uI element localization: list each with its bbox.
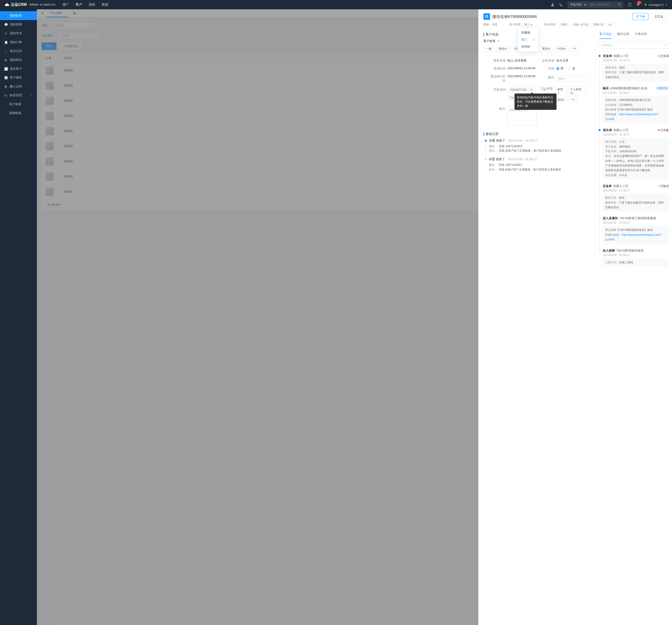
activity-item: 定金单 创建人小王已取消2020/01/30 01:38:27跟单方式：电话跟单… <box>599 182 669 214</box>
user-menu[interactable]: manager11 ▾ <box>645 3 667 6</box>
manager-option[interactable]: 张三 <box>518 36 538 43</box>
sidebar: 👥我的好友💬我的群聊🎓我的学员📋我的订单📞电话记录🛍我的商品📉流失客户🔄客户继承… <box>0 9 37 625</box>
topnav-item[interactable]: 数据 <box>102 3 108 7</box>
topnav-item[interactable]: 质检 <box>89 3 95 7</box>
activity-item: 定金单 创建人小王已完成2020/01/30 01:38:27跟单方式：电话跟单… <box>599 52 669 84</box>
personal-tag: 个人标签12 <box>568 86 585 96</box>
lastchat-label: 最近聊天时间 <box>488 74 506 83</box>
phone-input[interactable]: 13241672152 ⎘ <box>507 86 539 93</box>
svg-rect-2 <box>629 3 631 6</box>
history-item: 小王 更新了 2021/01/30 01:38:27微信：空值-13672182… <box>485 139 590 153</box>
topnav-item[interactable]: 推广 <box>63 3 69 7</box>
friend-source-value: 名片分享 <box>556 58 585 63</box>
group-tag-more[interactable]: +4 <box>607 23 613 27</box>
activity-item: 进入直播间 759-59班第三期理财直播课2021/01/30 01:38:27… <box>599 214 669 246</box>
lastchat-value: 2021/09/10 12:00:00 <box>507 74 537 78</box>
customer-tag-more[interactable]: +4 <box>570 46 579 52</box>
search-type-select[interactable]: 手机号码 <box>568 2 587 7</box>
sidebar-item[interactable]: 🛍我的商品 <box>0 55 37 65</box>
user-icon[interactable] <box>551 3 554 6</box>
gender-female[interactable]: 女 <box>568 67 575 71</box>
section-edit-history: 修改记录 <box>483 132 590 136</box>
activity-filter[interactable]: 全部动态▾ <box>599 42 669 49</box>
right-tab[interactable]: 订单记录 <box>635 32 647 39</box>
customer-tag: 高意向 <box>496 46 510 52</box>
addtime-label: 添加时间 <box>488 67 506 71</box>
customer-tag: 高意向 <box>539 46 553 52</box>
proxy-order-button[interactable]: 代下单 <box>632 13 648 20</box>
source-label: 获客来源 <box>488 58 506 63</box>
group-tag: 群聊一群大群 <box>572 22 590 27</box>
manager-dropdown: 师馨薇张三俱保咏 <box>518 27 539 52</box>
logo: 云朵CRM 教育机构一站 式服务云平台 <box>5 2 55 7</box>
sidebar-item[interactable]: 🏷标签管理⌃ <box>0 91 37 100</box>
wechat-input[interactable]: 请输入 <box>556 75 585 82</box>
deposit-button[interactable]: 交定金 <box>651 13 667 20</box>
customer-title: 微信名称6789990000966 <box>492 14 537 19</box>
search-box[interactable]: 手机号码 <box>568 1 623 8</box>
nickname: 昵称：小王 <box>483 23 498 27</box>
mobile-icon[interactable] <box>628 3 632 6</box>
customer-avatar-icon <box>483 13 490 20</box>
sidebar-item[interactable]: 🗑删人记录 <box>0 82 37 91</box>
manager-option[interactable]: 师馨薇 <box>518 29 538 36</box>
search-icon[interactable] <box>615 3 623 7</box>
personal-tag: 标签1 <box>555 86 566 96</box>
right-tab[interactable]: 客户动态 <box>599 32 611 39</box>
customer-tag: 一般 <box>483 46 494 52</box>
gender-male[interactable]: 男 <box>556 67 563 71</box>
friend-source-label: 好友来源 <box>537 58 554 63</box>
sidebar-item[interactable]: 👥我的好友 <box>0 11 37 20</box>
activity-item: 报名单 创建人小王已失败2020/01/30 01:38:27客户经理：小王客户… <box>599 126 669 182</box>
gender-label: 性别 <box>537 67 554 71</box>
customer-tag: 中意向 <box>555 46 569 52</box>
phone-lookup-icon[interactable]: ⎘ <box>528 87 539 93</box>
sidebar-subitem[interactable]: 群聊标签 <box>0 109 37 118</box>
wechat-label: 微信 <box>537 75 554 79</box>
edit-tags-icon[interactable]: ✎ <box>498 40 500 43</box>
view-detail-link[interactable]: 查看详情 <box>656 86 669 91</box>
notification-icon[interactable] <box>636 3 640 7</box>
sidebar-item[interactable]: 📞电话记录 <box>0 47 37 55</box>
topnav-item[interactable]: 客户 <box>76 3 82 7</box>
personal-tag: 标签1 <box>555 97 567 103</box>
activity-item: 购买 4399理财课进阶课程大礼包查看详情2021/01/30 01:38:27… <box>599 84 669 126</box>
source-value: 线上-北京昱新 <box>507 58 537 63</box>
sidebar-item[interactable]: 🎓我的学员 <box>0 29 37 38</box>
sidebar-item[interactable]: 🔄客户继承 <box>0 73 37 82</box>
activity-item: 加入群聊 759-59班理财训练营2021/01/30 01:38:27入群方式… <box>599 246 669 269</box>
remark-label: 备注 <box>488 106 505 111</box>
phone-icon[interactable] <box>559 3 563 6</box>
manager-field[interactable]: 客户经理： 张三 ▴ <box>509 23 532 27</box>
group-tag: 群聊六群 <box>592 22 605 27</box>
manager-option[interactable]: 俱保咏 <box>518 43 538 50</box>
phone-label: 手机号码 <box>488 88 506 92</box>
groups-field: 所在群聊： 群聊三群聊一群大群群聊六群+4 <box>544 22 613 27</box>
personal-tag-more[interactable]: +4 <box>569 97 577 103</box>
top-nav: 推广客户质检数据 <box>63 3 108 7</box>
svg-point-1 <box>618 3 620 5</box>
svg-point-0 <box>552 3 553 5</box>
history-item: 小王 更新了 2021/01/30 01:38:27微信：空值-13672182… <box>485 157 590 172</box>
sidebar-subitem[interactable]: 客户标签 <box>0 100 37 109</box>
search-input[interactable] <box>587 3 615 6</box>
phone-add-icon[interactable]: ⊕ <box>541 87 547 93</box>
sidebar-item[interactable]: 💬我的群聊 <box>0 20 37 29</box>
sidebar-item[interactable]: 📉流失客户 <box>0 65 37 73</box>
customer-tags-label: 客户标签 <box>483 39 496 43</box>
sidebar-item[interactable]: 📋我的订单 <box>0 38 37 47</box>
phone-tooltip: 查询到此手机号码在系统中已存在，可以将两条客户数据合并为一条 <box>514 94 556 110</box>
addtime-value: 2021/09/10 12:00:00 <box>507 67 537 70</box>
group-tag: 群聊三 <box>559 22 570 27</box>
right-tab[interactable]: 聊天记录 <box>617 32 629 39</box>
customer-drawer: 微信名称6789990000966 代下单 交定金 昵称：小王 | 客户经理： … <box>478 9 672 625</box>
